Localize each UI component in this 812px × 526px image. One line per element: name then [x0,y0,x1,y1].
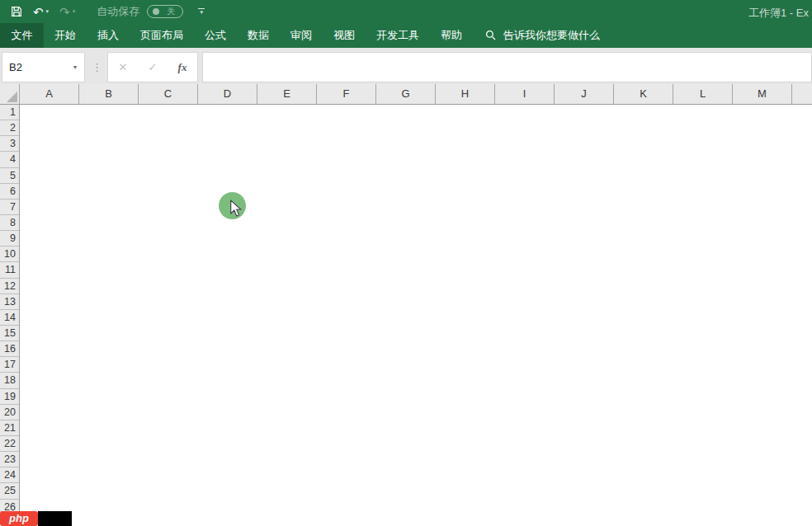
ribbon-tabs: 开始插入页面布局公式数据审阅视图开发工具帮助 [44,23,473,48]
row-header[interactable]: 15 [0,326,19,341]
ribbon-tab[interactable]: 数据 [237,23,280,48]
column-header[interactable]: D [198,84,257,104]
column-header[interactable]: G [376,84,436,104]
name-box-dropdown-icon[interactable]: ▾ [73,63,77,71]
row-header[interactable]: 3 [0,136,19,152]
ribbon-tab-row: 文件 开始插入页面布局公式数据审阅视图开发工具帮助 告诉我你想要做什么 [0,23,812,48]
watermark-php-badge: php [0,511,38,526]
undo-dropdown-icon[interactable]: ▾ [46,8,50,15]
save-button[interactable] [11,6,22,17]
row-header[interactable]: 16 [0,341,19,357]
column-header-row: ABCDEFGHIJKLM [0,84,812,105]
ribbon-tab[interactable]: 开发工具 [366,23,430,48]
column-headers: ABCDEFGHIJKLM [20,84,792,104]
row-header[interactable]: 18 [0,373,19,388]
tell-me-search[interactable]: 告诉我你想要做什么 [485,23,600,48]
watermark-black-block [38,511,72,526]
ribbon-tab[interactable]: 开始 [44,23,87,48]
excel-window: ↶ ▾ ↷ ▾ 自动保存 关 ▾ 工作簿1 - Ex 文件 开始插入页面布局公式… [0,0,812,526]
ribbon-tab[interactable]: 页面布局 [130,23,194,48]
column-header[interactable]: I [495,84,555,104]
undo-button[interactable]: ↶ [33,6,44,18]
row-header[interactable]: 24 [0,467,19,483]
row-header[interactable]: 2 [0,120,19,136]
redo-button[interactable]: ↷ [59,6,70,18]
column-header[interactable]: M [733,84,792,104]
column-header[interactable]: B [79,84,139,104]
row-header[interactable]: 21 [0,420,19,436]
search-label: 告诉我你想要做什么 [503,28,600,43]
tab-file[interactable]: 文件 [0,23,44,48]
select-all-button[interactable] [0,84,20,104]
autosave-state: 关 [167,7,175,16]
name-box-value: B2 [9,61,73,73]
row-header[interactable]: 8 [0,215,19,231]
row-header[interactable]: 17 [0,357,19,373]
autosave-label: 自动保存 [97,4,139,19]
column-header-partial[interactable] [792,84,812,104]
name-box[interactable]: B2 ▾ [2,52,85,82]
column-header[interactable]: K [614,84,673,104]
row-header[interactable]: 22 [0,436,19,452]
row-header[interactable]: 10 [0,247,19,262]
save-icon [11,6,22,17]
row-header[interactable]: 4 [0,152,19,167]
undo-icon: ↶ [33,6,44,18]
customize-qat-button[interactable]: ▾ [197,8,205,15]
column-header[interactable]: C [139,84,198,104]
formula-bar-buttons: ✕ ✓ fx [107,52,198,82]
redo-dropdown-icon[interactable]: ▾ [73,8,76,15]
select-all-triangle-icon [7,92,17,102]
enter-button[interactable]: ✓ [149,61,158,73]
column-header[interactable]: H [436,84,495,104]
row-header-column: 1234567891011121314151617181920212223242… [0,105,20,515]
row-header[interactable]: 1 [0,105,19,120]
customize-qat-chevron-icon: ▾ [200,10,203,15]
row-header[interactable]: 9 [0,231,19,247]
insert-function-button[interactable]: fx [178,61,187,74]
cancel-button[interactable]: ✕ [119,61,128,73]
window-title: 工作簿1 - Ex [748,6,809,21]
quick-access-toolbar: ↶ ▾ ↷ ▾ 自动保存 关 ▾ [0,0,205,23]
ribbon-tab[interactable]: 帮助 [430,23,473,48]
autosave-toggle[interactable]: 关 [147,5,183,18]
mouse-cursor-icon [229,200,242,218]
formula-bar-resize-handle[interactable]: ⋮ [92,52,102,82]
row-header[interactable]: 19 [0,389,19,405]
row-header[interactable]: 5 [0,168,19,184]
grid-canvas[interactable] [21,105,812,526]
watermark: php [0,511,72,526]
ribbon-tab[interactable]: 公式 [194,23,237,48]
row-header[interactable]: 11 [0,262,19,278]
column-header[interactable]: L [673,84,733,104]
column-header[interactable]: F [317,84,376,104]
formula-bar-strip: B2 ▾ ⋮ ✕ ✓ fx [0,48,812,84]
row-header[interactable]: 6 [0,184,19,200]
ribbon-tab[interactable]: 视图 [323,23,366,48]
formula-input[interactable] [202,52,812,82]
row-header[interactable]: 23 [0,452,19,467]
row-header[interactable]: 13 [0,294,19,310]
search-icon [485,30,497,41]
column-header[interactable]: J [555,84,614,104]
column-header[interactable]: A [20,84,79,104]
ribbon-tab[interactable]: 审阅 [280,23,323,48]
redo-icon: ↷ [59,6,70,18]
row-header[interactable]: 20 [0,405,19,420]
toggle-dot-icon [153,8,159,15]
row-header[interactable]: 25 [0,483,19,499]
column-header[interactable]: E [257,84,317,104]
row-header[interactable]: 7 [0,200,19,215]
title-bar: ↶ ▾ ↷ ▾ 自动保存 关 ▾ 工作簿1 - Ex [0,0,812,23]
ribbon-tab[interactable]: 插入 [87,23,130,48]
row-header[interactable]: 14 [0,310,19,326]
row-header[interactable]: 12 [0,279,19,294]
